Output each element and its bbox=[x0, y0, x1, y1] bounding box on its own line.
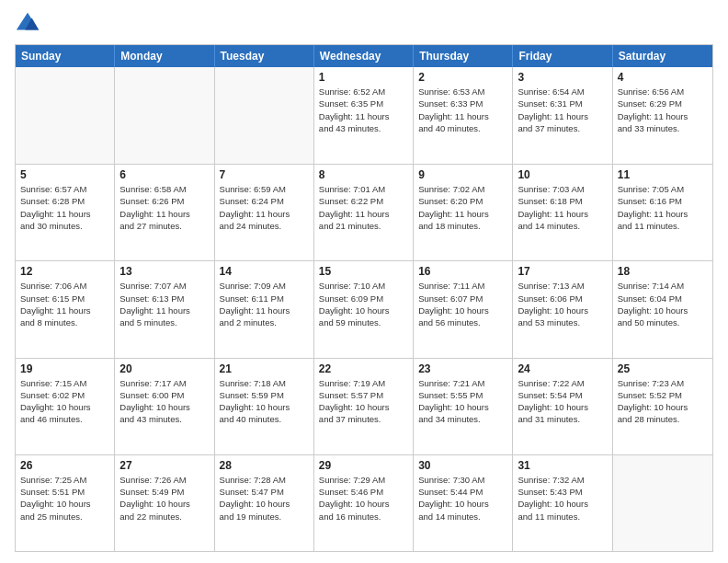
cal-cell: 12Sunrise: 7:06 AM Sunset: 6:15 PM Dayli… bbox=[16, 261, 115, 357]
cal-cell: 15Sunrise: 7:10 AM Sunset: 6:09 PM Dayli… bbox=[314, 261, 414, 357]
cell-info: Sunrise: 6:52 AM Sunset: 6:35 PM Dayligh… bbox=[319, 86, 408, 134]
cell-info: Sunrise: 7:32 AM Sunset: 5:43 PM Dayligh… bbox=[518, 474, 607, 523]
cal-cell: 3Sunrise: 6:54 AM Sunset: 6:31 PM Daylig… bbox=[513, 67, 612, 164]
day-number: 9 bbox=[418, 168, 507, 181]
cell-info: Sunrise: 6:57 AM Sunset: 6:28 PM Dayligh… bbox=[20, 183, 109, 232]
cell-info: Sunrise: 7:03 AM Sunset: 6:18 PM Dayligh… bbox=[518, 183, 607, 232]
cal-cell: 21Sunrise: 7:18 AM Sunset: 5:59 PM Dayli… bbox=[215, 359, 314, 454]
cell-info: Sunrise: 7:26 AM Sunset: 5:49 PM Dayligh… bbox=[119, 474, 209, 523]
cell-info: Sunrise: 7:15 AM Sunset: 6:02 PM Dayligh… bbox=[20, 377, 109, 426]
day-number: 11 bbox=[618, 168, 708, 181]
cal-cell: 10Sunrise: 7:03 AM Sunset: 6:18 PM Dayli… bbox=[513, 165, 612, 260]
cell-info: Sunrise: 7:19 AM Sunset: 5:57 PM Dayligh… bbox=[319, 377, 408, 426]
cell-info: Sunrise: 7:25 AM Sunset: 5:51 PM Dayligh… bbox=[20, 474, 109, 523]
cal-cell: 29Sunrise: 7:29 AM Sunset: 5:46 PM Dayli… bbox=[314, 455, 414, 551]
cal-cell: 30Sunrise: 7:30 AM Sunset: 5:44 PM Dayli… bbox=[414, 455, 513, 551]
day-number: 23 bbox=[418, 362, 507, 375]
day-number: 4 bbox=[618, 71, 708, 84]
day-number: 12 bbox=[20, 265, 109, 278]
day-number: 6 bbox=[119, 168, 209, 181]
cell-info: Sunrise: 7:05 AM Sunset: 6:16 PM Dayligh… bbox=[618, 183, 708, 232]
day-number: 24 bbox=[518, 362, 607, 375]
cell-info: Sunrise: 7:06 AM Sunset: 6:15 PM Dayligh… bbox=[20, 280, 109, 328]
cal-cell: 5Sunrise: 6:57 AM Sunset: 6:28 PM Daylig… bbox=[16, 165, 115, 260]
header bbox=[15, 11, 713, 37]
cal-cell: 20Sunrise: 7:17 AM Sunset: 6:00 PM Dayli… bbox=[115, 359, 214, 454]
cal-cell bbox=[115, 67, 214, 164]
week-row-2: 5Sunrise: 6:57 AM Sunset: 6:28 PM Daylig… bbox=[16, 164, 712, 260]
cal-cell: 7Sunrise: 6:59 AM Sunset: 6:24 PM Daylig… bbox=[215, 165, 314, 260]
cal-cell: 9Sunrise: 7:02 AM Sunset: 6:20 PM Daylig… bbox=[414, 165, 513, 260]
day-number: 29 bbox=[319, 459, 408, 472]
cell-info: Sunrise: 7:02 AM Sunset: 6:20 PM Dayligh… bbox=[418, 183, 507, 232]
cal-cell: 18Sunrise: 7:14 AM Sunset: 6:04 PM Dayli… bbox=[613, 261, 712, 357]
day-number: 19 bbox=[20, 362, 109, 375]
cell-info: Sunrise: 6:54 AM Sunset: 6:31 PM Dayligh… bbox=[518, 86, 607, 134]
day-header-wednesday: Wednesday bbox=[314, 45, 414, 67]
week-row-4: 19Sunrise: 7:15 AM Sunset: 6:02 PM Dayli… bbox=[16, 358, 712, 454]
day-header-tuesday: Tuesday bbox=[215, 45, 314, 67]
logo bbox=[15, 11, 44, 37]
cal-cell: 23Sunrise: 7:21 AM Sunset: 5:55 PM Dayli… bbox=[414, 359, 513, 454]
day-number: 20 bbox=[119, 362, 209, 375]
day-number: 3 bbox=[518, 71, 607, 84]
cal-cell: 2Sunrise: 6:53 AM Sunset: 6:33 PM Daylig… bbox=[414, 67, 513, 164]
cal-cell bbox=[215, 67, 314, 164]
cal-cell: 27Sunrise: 7:26 AM Sunset: 5:49 PM Dayli… bbox=[115, 455, 214, 551]
cell-info: Sunrise: 7:01 AM Sunset: 6:22 PM Dayligh… bbox=[319, 183, 408, 232]
day-number: 13 bbox=[119, 265, 209, 278]
cell-info: Sunrise: 7:30 AM Sunset: 5:44 PM Dayligh… bbox=[418, 474, 507, 523]
cell-info: Sunrise: 7:28 AM Sunset: 5:47 PM Dayligh… bbox=[220, 474, 309, 523]
week-row-5: 26Sunrise: 7:25 AM Sunset: 5:51 PM Dayli… bbox=[16, 454, 712, 551]
cell-info: Sunrise: 7:22 AM Sunset: 5:54 PM Dayligh… bbox=[518, 377, 607, 426]
cal-cell: 8Sunrise: 7:01 AM Sunset: 6:22 PM Daylig… bbox=[314, 165, 414, 260]
logo-icon bbox=[15, 11, 40, 37]
day-number: 17 bbox=[518, 265, 607, 278]
week-row-1: 1Sunrise: 6:52 AM Sunset: 6:35 PM Daylig… bbox=[16, 67, 712, 164]
cal-cell: 13Sunrise: 7:07 AM Sunset: 6:13 PM Dayli… bbox=[115, 261, 214, 357]
day-header-monday: Monday bbox=[115, 45, 214, 67]
calendar-header: SundayMondayTuesdayWednesdayThursdayFrid… bbox=[16, 45, 712, 67]
day-number: 8 bbox=[319, 168, 408, 181]
day-number: 7 bbox=[220, 168, 309, 181]
day-number: 25 bbox=[618, 362, 708, 375]
cal-cell: 24Sunrise: 7:22 AM Sunset: 5:54 PM Dayli… bbox=[513, 359, 612, 454]
day-number: 22 bbox=[319, 362, 408, 375]
calendar: SundayMondayTuesdayWednesdayThursdayFrid… bbox=[15, 44, 713, 552]
day-header-sunday: Sunday bbox=[16, 45, 115, 67]
cal-cell: 22Sunrise: 7:19 AM Sunset: 5:57 PM Dayli… bbox=[314, 359, 414, 454]
cell-info: Sunrise: 6:59 AM Sunset: 6:24 PM Dayligh… bbox=[220, 183, 309, 232]
cell-info: Sunrise: 6:58 AM Sunset: 6:26 PM Dayligh… bbox=[119, 183, 209, 232]
cell-info: Sunrise: 7:17 AM Sunset: 6:00 PM Dayligh… bbox=[119, 377, 209, 426]
day-number: 21 bbox=[220, 362, 309, 375]
cal-cell: 4Sunrise: 6:56 AM Sunset: 6:29 PM Daylig… bbox=[613, 67, 712, 164]
day-number: 28 bbox=[220, 459, 309, 472]
cal-cell: 17Sunrise: 7:13 AM Sunset: 6:06 PM Dayli… bbox=[513, 261, 612, 357]
day-number: 16 bbox=[418, 265, 507, 278]
cell-info: Sunrise: 7:09 AM Sunset: 6:11 PM Dayligh… bbox=[220, 280, 309, 328]
cal-cell: 6Sunrise: 6:58 AM Sunset: 6:26 PM Daylig… bbox=[115, 165, 214, 260]
day-header-thursday: Thursday bbox=[414, 45, 513, 67]
day-number: 30 bbox=[418, 459, 507, 472]
day-header-friday: Friday bbox=[513, 45, 612, 67]
page: SundayMondayTuesdayWednesdayThursdayFrid… bbox=[0, 0, 728, 563]
cell-info: Sunrise: 7:07 AM Sunset: 6:13 PM Dayligh… bbox=[119, 280, 209, 328]
cal-cell: 16Sunrise: 7:11 AM Sunset: 6:07 PM Dayli… bbox=[414, 261, 513, 357]
day-number: 1 bbox=[319, 71, 408, 84]
cal-cell: 26Sunrise: 7:25 AM Sunset: 5:51 PM Dayli… bbox=[16, 455, 115, 551]
cell-info: Sunrise: 7:10 AM Sunset: 6:09 PM Dayligh… bbox=[319, 280, 408, 328]
cal-cell: 31Sunrise: 7:32 AM Sunset: 5:43 PM Dayli… bbox=[513, 455, 612, 551]
cal-cell: 14Sunrise: 7:09 AM Sunset: 6:11 PM Dayli… bbox=[215, 261, 314, 357]
cal-cell: 11Sunrise: 7:05 AM Sunset: 6:16 PM Dayli… bbox=[613, 165, 712, 260]
day-number: 5 bbox=[20, 168, 109, 181]
day-number: 15 bbox=[319, 265, 408, 278]
cal-cell: 25Sunrise: 7:23 AM Sunset: 5:52 PM Dayli… bbox=[613, 359, 712, 454]
cell-info: Sunrise: 7:18 AM Sunset: 5:59 PM Dayligh… bbox=[220, 377, 309, 426]
day-number: 18 bbox=[618, 265, 708, 278]
cal-cell bbox=[613, 455, 712, 551]
cell-info: Sunrise: 7:21 AM Sunset: 5:55 PM Dayligh… bbox=[418, 377, 507, 426]
day-number: 10 bbox=[518, 168, 607, 181]
cal-cell: 19Sunrise: 7:15 AM Sunset: 6:02 PM Dayli… bbox=[16, 359, 115, 454]
cell-info: Sunrise: 7:14 AM Sunset: 6:04 PM Dayligh… bbox=[618, 280, 708, 328]
cal-cell: 28Sunrise: 7:28 AM Sunset: 5:47 PM Dayli… bbox=[215, 455, 314, 551]
